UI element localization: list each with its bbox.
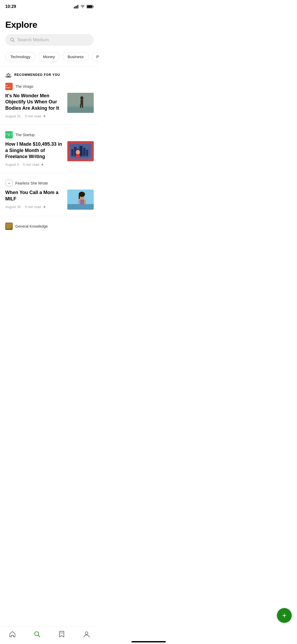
category-money[interactable]: Money xyxy=(38,52,60,61)
svg-rect-48 xyxy=(6,226,12,226)
article-meta: August 3 · 5 min read ★ xyxy=(5,162,64,167)
publication-logo: START IT UP xyxy=(5,131,13,139)
section-divider xyxy=(0,67,99,67)
svg-point-33 xyxy=(76,150,80,155)
wifi-icon xyxy=(80,5,85,8)
search-icon xyxy=(10,38,15,42)
article-item-partial[interactable]: General Knowledge xyxy=(0,223,99,233)
article-title: When You Call a Mom a MILF xyxy=(5,190,64,202)
article-date: August 3 xyxy=(5,163,19,167)
publication-name: The Virago xyxy=(15,84,33,89)
article-publication: the virago The Virago xyxy=(5,83,94,90)
article-item[interactable]: the virago The Virago It's No Wonder Men… xyxy=(0,83,99,125)
svg-rect-22 xyxy=(80,104,81,108)
article-read-time: 5 min read xyxy=(23,163,39,167)
article-text: It's No Wonder Men Objectify Us When Our… xyxy=(5,93,64,118)
svg-rect-50 xyxy=(6,228,10,228)
search-placeholder: Search Medium xyxy=(17,37,49,43)
article-meta: August 31 · 5 min read ★ xyxy=(5,114,64,118)
svg-rect-34 xyxy=(76,154,80,157)
article-body: When You Call a Mom a MILF August 30 · 5… xyxy=(5,190,94,210)
svg-rect-2 xyxy=(76,6,77,8)
article-thumbnail xyxy=(67,93,94,113)
article-thumbnail xyxy=(67,141,94,161)
article-meta: August 30 · 5 min read ★ xyxy=(5,205,64,209)
category-technology[interactable]: Technology xyxy=(5,52,35,61)
bookmark-icon: ★ xyxy=(43,114,46,118)
svg-line-8 xyxy=(13,41,15,42)
svg-rect-3 xyxy=(78,5,78,9)
svg-rect-23 xyxy=(82,104,83,108)
signal-icon xyxy=(74,5,79,8)
article-read-time: 5 min read xyxy=(25,114,41,118)
article-read-time: 5 min read xyxy=(25,205,41,209)
article-title: How I Made $10,495.33 in a Single Month … xyxy=(5,141,64,160)
svg-line-12 xyxy=(10,74,10,74)
svg-rect-42 xyxy=(84,200,86,204)
svg-rect-32 xyxy=(70,156,91,159)
svg-text:✦: ✦ xyxy=(8,182,10,185)
publication-logo xyxy=(5,223,13,230)
svg-rect-0 xyxy=(74,7,75,8)
svg-rect-41 xyxy=(78,200,80,204)
svg-point-9 xyxy=(7,74,10,76)
recommended-header: RECOMMENDED FOR YOU xyxy=(0,72,99,83)
svg-rect-5 xyxy=(87,6,92,8)
svg-line-11 xyxy=(7,74,7,74)
battery-icon xyxy=(87,5,94,8)
publication-logo: the virago xyxy=(5,83,13,90)
bookmark-icon: ★ xyxy=(41,162,44,167)
sunrise-icon xyxy=(5,72,12,77)
svg-rect-1 xyxy=(75,6,76,9)
category-productivity[interactable]: Productivity xyxy=(91,52,99,61)
article-item[interactable]: ✦ Fearless She Wrote When You Call a Mom… xyxy=(0,180,99,216)
bookmark-icon: ★ xyxy=(43,205,46,209)
search-container[interactable]: Search Medium xyxy=(0,34,99,50)
search-bar[interactable]: Search Medium xyxy=(5,34,94,46)
svg-point-20 xyxy=(80,96,83,100)
publication-logo: ✦ xyxy=(5,180,13,187)
svg-rect-49 xyxy=(6,227,12,227)
svg-rect-6 xyxy=(93,6,93,7)
svg-rect-29 xyxy=(79,146,83,157)
article-text: How I Made $10,495.33 in a Single Month … xyxy=(5,141,64,167)
svg-rect-47 xyxy=(6,225,12,225)
svg-rect-38 xyxy=(67,204,94,210)
recommended-label: RECOMMENDED FOR YOU xyxy=(14,73,60,77)
article-body: How I Made $10,495.33 in a Single Month … xyxy=(5,141,94,167)
article-title: It's No Wonder Men Objectify Us When Our… xyxy=(5,93,64,111)
article-publication: START IT UP The Startup xyxy=(5,131,94,139)
status-icons xyxy=(74,5,94,8)
article-text: When You Call a Mom a MILF August 30 · 5… xyxy=(5,190,64,209)
svg-rect-44 xyxy=(79,195,80,199)
publication-name: The Startup xyxy=(15,133,35,137)
svg-rect-30 xyxy=(83,148,86,157)
publication-name: Fearless She Wrote xyxy=(15,181,48,185)
article-item[interactable]: START IT UP The Startup How I Made $10,4… xyxy=(0,131,99,173)
svg-rect-46 xyxy=(6,224,12,224)
article-publication: ✦ Fearless She Wrote xyxy=(5,180,94,187)
article-date: August 30 xyxy=(5,205,21,209)
article-publication: General Knowledge xyxy=(5,223,94,230)
publication-name: General Knowledge xyxy=(15,224,48,228)
article-body: It's No Wonder Men Objectify Us When Our… xyxy=(5,93,94,118)
categories-row: Technology Money Business Productivity xyxy=(0,50,99,67)
article-thumbnail xyxy=(67,190,94,210)
category-business[interactable]: Business xyxy=(63,52,89,61)
svg-rect-21 xyxy=(81,100,83,105)
article-date: August 31 xyxy=(5,114,21,118)
status-bar: 10:29 xyxy=(0,0,99,12)
status-time: 10:29 xyxy=(5,4,16,9)
page-title: Explore xyxy=(5,20,94,30)
page-header: Explore xyxy=(0,12,99,34)
